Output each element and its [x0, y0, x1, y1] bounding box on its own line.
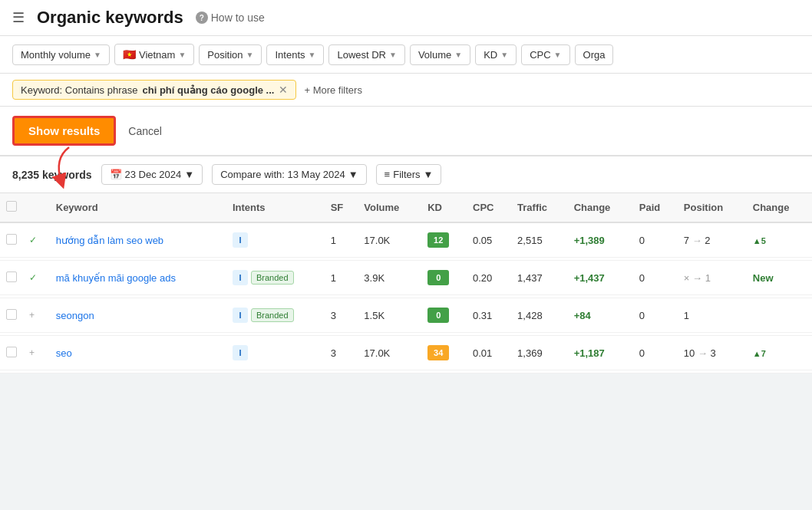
col-change2: Change	[747, 193, 812, 222]
intent-badge: I	[233, 232, 248, 248]
keyword-cell: seo	[50, 336, 226, 370]
cpc-filter[interactable]: CPC ▼	[521, 44, 569, 65]
col-paid: Paid	[633, 193, 678, 222]
action-bar: Show results Cancel	[0, 107, 812, 156]
row-checkbox[interactable]	[6, 234, 17, 245]
how-to-use-link[interactable]: ? How to use	[196, 12, 265, 24]
chevron-down-icon: ▼	[389, 51, 397, 59]
position-value: × → 1	[684, 272, 711, 284]
row-checkbox-cell	[0, 298, 23, 333]
position-change-cell: ▲7	[747, 336, 812, 370]
row-checkbox[interactable]	[6, 271, 17, 282]
volume-cell: 1.5K	[358, 298, 421, 333]
chevron-down-icon: ▼	[184, 169, 194, 180]
traffic-cell: 1,437	[511, 261, 568, 295]
kd-badge: 0	[427, 308, 449, 323]
keyword-link[interactable]: mã khuyến mãi google ads	[56, 272, 176, 284]
position-filter[interactable]: Position ▼	[199, 44, 262, 65]
kd-cell: 0	[421, 298, 467, 333]
results-bar: 8,235 keywords 📅 23 Dec 2024 ▼ Compare w…	[0, 156, 812, 193]
orga-filter[interactable]: Orga	[575, 44, 614, 65]
kd-badge: 0	[427, 270, 449, 285]
change-value: +1,187	[574, 347, 605, 359]
kd-badge: 12	[427, 232, 449, 248]
filters-button[interactable]: ≡ Filters ▼	[376, 164, 442, 185]
position-change-value: ▲5	[753, 236, 766, 245]
position-cell: × → 1	[678, 261, 747, 295]
keyword-link[interactable]: seo	[56, 347, 72, 359]
volume-label: Volume	[418, 49, 451, 61]
branded-badge: Branded	[251, 271, 294, 285]
flag-icon: 🇻🇳	[123, 48, 136, 61]
monthly-volume-filter[interactable]: Monthly volume ▼	[12, 44, 110, 65]
col-position: Position	[678, 193, 747, 222]
row-checkbox-cell	[0, 336, 23, 370]
position-change-cell	[747, 298, 812, 333]
volume-filter[interactable]: Volume ▼	[410, 44, 470, 65]
intent-badge: I	[233, 308, 248, 323]
col-change1: Change	[568, 193, 633, 222]
intent-badge: I	[233, 270, 248, 285]
keyword-link[interactable]: hướng dẫn làm seo web	[56, 235, 163, 246]
chevron-down-icon: ▼	[554, 51, 562, 59]
traffic-cell: 2,515	[511, 222, 568, 258]
vietnam-filter[interactable]: 🇻🇳 Vietnam ▼	[114, 44, 194, 65]
row-expand-icon[interactable]: ✓	[23, 222, 50, 258]
traffic-cell: 1,369	[511, 336, 568, 370]
row-expand-icon[interactable]: ✓	[23, 261, 50, 295]
close-chip-button[interactable]: ✕	[279, 84, 288, 96]
intents-label: Intents	[275, 49, 305, 61]
date-picker-button[interactable]: 📅 23 Dec 2024 ▼	[101, 164, 203, 185]
select-all-checkbox[interactable]	[6, 201, 17, 212]
kd-label: KD	[484, 49, 497, 61]
chevron-down-icon: ▼	[454, 51, 462, 59]
help-icon: ?	[196, 12, 208, 24]
position-cell: 10 → 3	[678, 336, 747, 370]
col-icon	[23, 193, 50, 222]
compare-button[interactable]: Compare with: 13 May 2024 ▼	[212, 164, 366, 185]
sf-cell: 3	[325, 298, 358, 333]
keyword-chip: Keyword: Contains phrase chi phí quảng c…	[12, 80, 296, 100]
intents-cell: I	[226, 222, 325, 258]
traffic-change-cell: +1,437	[568, 261, 633, 295]
more-filters-button[interactable]: + More filters	[304, 84, 362, 96]
menu-icon[interactable]: ☰	[12, 9, 25, 26]
cancel-button[interactable]: Cancel	[128, 125, 162, 137]
col-keyword: Keyword	[50, 193, 226, 222]
change-value: +1,389	[574, 235, 605, 246]
lowest-dr-filter[interactable]: Lowest DR ▼	[328, 44, 404, 65]
vietnam-label: Vietnam	[139, 49, 175, 61]
keyword-chip-label: Keyword: Contains phrase	[21, 84, 137, 96]
position-cell: 7 → 2	[678, 222, 747, 258]
row-checkbox[interactable]	[6, 347, 17, 357]
paid-cell: 0	[633, 298, 678, 333]
chevron-down-icon: ▼	[424, 169, 434, 180]
paid-cell: 0	[633, 336, 678, 370]
filters-label: Filters	[393, 169, 420, 180]
keyword-cell: hướng dẫn làm seo web	[50, 222, 226, 258]
row-expand-icon[interactable]: +	[23, 298, 50, 333]
intents-filter[interactable]: Intents ▼	[266, 44, 324, 65]
kd-badge: 34	[427, 345, 449, 360]
keyword-link[interactable]: seongon	[56, 310, 94, 321]
chevron-down-icon: ▼	[94, 51, 101, 59]
row-expand-icon[interactable]: +	[23, 336, 50, 370]
intent-badge: I	[233, 345, 248, 360]
row-checkbox-cell	[0, 261, 23, 295]
kd-cell: 12	[421, 222, 467, 258]
row-checkbox[interactable]	[6, 309, 17, 320]
kd-cell: 34	[421, 336, 467, 370]
top-bar: ☰ Organic keywords ? How to use	[0, 0, 812, 36]
keyword-filter-bar: Keyword: Contains phrase chi phí quảng c…	[0, 74, 812, 107]
show-results-button[interactable]: Show results	[12, 116, 116, 146]
col-volume: Volume	[358, 193, 421, 222]
sf-cell: 1	[325, 222, 358, 258]
kd-filter[interactable]: KD ▼	[475, 44, 517, 65]
change-value: +84	[574, 310, 591, 321]
page-title: Organic keywords	[37, 8, 183, 28]
table-row: ✓mã khuyến mãi google adsIBranded13.9K00…	[0, 261, 812, 295]
position-change-cell: New	[747, 261, 812, 295]
calendar-icon: 📅	[110, 169, 122, 180]
intents-cell: I	[226, 336, 325, 370]
position-cell: 1	[678, 298, 747, 333]
